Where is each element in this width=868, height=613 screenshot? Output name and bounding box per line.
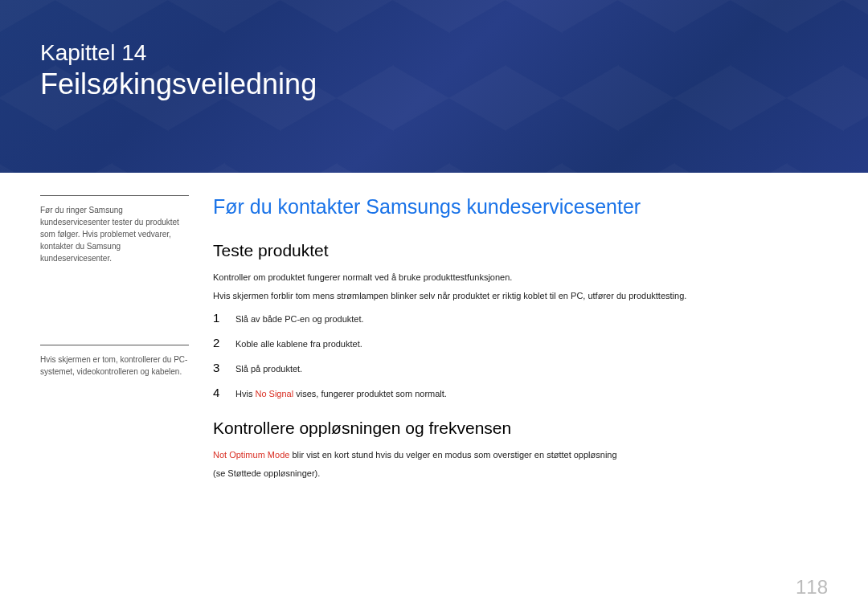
page-number: 118: [796, 576, 828, 599]
main-content: Før du kontakter Samsungs kundeservicese…: [205, 195, 828, 484]
step-prefix: Hvis: [235, 389, 255, 398]
steps-list: 1 Slå av både PC-en og produktet. 2 Kobl…: [213, 311, 828, 399]
step-item: 4 Hvis No Signal vises, fungerer produkt…: [213, 386, 828, 399]
step-text: Hvis No Signal vises, fungerer produktet…: [235, 389, 447, 398]
side-note-1: Før du ringer Samsung kundeservicesenter…: [40, 195, 189, 264]
chapter-title: Feilsøkingsveiledning: [40, 67, 868, 101]
step-text: Koble alle kablene fra produktet.: [235, 339, 362, 349]
section-title: Før du kontakter Samsungs kundeservicese…: [213, 195, 828, 219]
chapter-banner: Kapittel 14 Feilsøkingsveiledning: [0, 0, 868, 173]
body-text: Not Optimum Mode blir vist en kort stund…: [213, 447, 828, 463]
step-text: Slå av både PC-en og produktet.: [235, 314, 364, 324]
content-area: Før du ringer Samsung kundeservicesenter…: [0, 173, 868, 484]
step-suffix: vises, fungerer produktet som normalt.: [293, 389, 447, 398]
subsection-2: Kontrollere oppløsningen og frekvensen N…: [213, 419, 828, 480]
step-number: 3: [213, 361, 235, 374]
subsection-title-2: Kontrollere oppløsningen og frekvensen: [213, 419, 828, 438]
not-optimum-highlight: Not Optimum Mode: [213, 450, 289, 460]
sidebar: Før du ringer Samsung kundeservicesenter…: [40, 195, 205, 484]
body-text: Hvis skjermen forblir tom mens strømlamp…: [213, 288, 828, 304]
side-note-2: Hvis skjermen er tom, kontrollerer du PC…: [40, 345, 189, 378]
step-text: Slå på produktet.: [235, 364, 302, 374]
step-number: 1: [213, 311, 235, 325]
step-number: 4: [213, 386, 235, 399]
step-number: 2: [213, 336, 235, 349]
step-item: 1 Slå av både PC-en og produktet.: [213, 311, 828, 325]
step-item: 3 Slå på produktet.: [213, 361, 828, 374]
no-signal-highlight: No Signal: [255, 389, 293, 398]
step-item: 2 Koble alle kablene fra produktet.: [213, 336, 828, 349]
subsection-title-1: Teste produktet: [213, 241, 828, 260]
body-text: Kontroller om produktet fungerer normalt…: [213, 270, 828, 285]
body-text: (se Støttede oppløsninger).: [213, 466, 828, 481]
chapter-label: Kapittel 14: [40, 40, 868, 66]
body-text-rest: blir vist en kort stund hvis du velger e…: [289, 450, 616, 460]
